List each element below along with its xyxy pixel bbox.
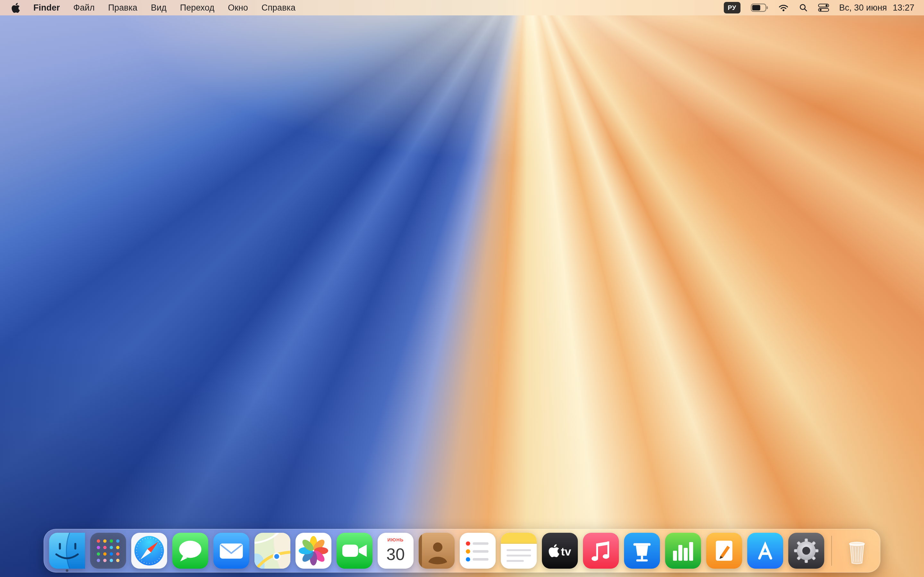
messages-icon (172, 533, 208, 569)
menu-help[interactable]: Справка (262, 3, 296, 13)
dock-item-contacts[interactable] (419, 533, 455, 569)
dock-item-launchpad[interactable] (90, 533, 126, 569)
dock-item-mail[interactable] (213, 533, 249, 569)
dock-item-app-store[interactable] (747, 533, 783, 569)
dock-item-reminders[interactable] (460, 533, 496, 569)
apple-menu[interactable] (11, 3, 20, 13)
menu-go[interactable]: Переход (180, 3, 214, 13)
dock-item-messages[interactable] (172, 533, 208, 569)
apple-tv-icon: tv (542, 533, 578, 569)
dock-item-safari[interactable] (131, 533, 167, 569)
mail-icon (213, 533, 249, 569)
dock-item-keynote[interactable] (624, 533, 660, 569)
facetime-icon (336, 533, 373, 569)
finder-running-indicator (66, 569, 68, 572)
menubar-clock[interactable]: Вс, 30 июня 13:27 (839, 3, 915, 13)
menubar-time: 13:27 (893, 3, 914, 13)
menu-bar-left: Finder Файл Правка Вид Переход Окно Спра… (0, 3, 296, 13)
dock-item-trash[interactable] (839, 533, 875, 569)
contacts-icon (419, 533, 455, 569)
menu-bar-status: РУ (724, 2, 924, 13)
system-settings-icon (788, 533, 824, 569)
calendar-month-label: ИЮНЬ (388, 537, 404, 542)
dock-item-finder[interactable] (49, 533, 85, 569)
spotlight-icon[interactable] (799, 3, 808, 12)
maps-icon (254, 533, 290, 569)
dock-item-calendar[interactable]: ИЮНЬ 30 (378, 533, 414, 569)
menu-window[interactable]: Окно (228, 3, 248, 13)
menu-view[interactable]: Вид (151, 3, 166, 13)
calendar-day-label: 30 (386, 545, 405, 564)
battery-icon[interactable] (751, 3, 768, 12)
safari-icon (131, 533, 167, 569)
desktop-wallpaper (0, 0, 924, 577)
reminders-icon (460, 533, 496, 569)
dock-item-music[interactable] (583, 533, 619, 569)
music-icon (583, 533, 619, 569)
dock-item-apple-tv[interactable]: tv (542, 533, 578, 569)
dock-item-maps[interactable] (254, 533, 290, 569)
wifi-icon[interactable] (779, 3, 788, 12)
apple-tv-label: tv (561, 545, 571, 558)
dock-separator (831, 536, 832, 566)
menubar-date: Вс, 30 июня (839, 3, 887, 13)
dock-item-numbers[interactable] (665, 533, 701, 569)
notes-icon (501, 533, 537, 569)
pages-icon (706, 533, 742, 569)
app-store-icon (747, 533, 783, 569)
control-center-icon[interactable] (818, 3, 829, 12)
input-source-indicator[interactable]: РУ (724, 2, 740, 13)
app-menus: Файл Правка Вид Переход Окно Справка (73, 3, 296, 13)
numbers-icon (665, 533, 701, 569)
dock-item-notes[interactable] (501, 533, 537, 569)
keynote-icon (624, 533, 660, 569)
menu-bar: Finder Файл Правка Вид Переход Окно Спра… (0, 0, 924, 15)
photos-icon (296, 533, 331, 569)
trash-icon (839, 533, 875, 569)
launchpad-icon (90, 533, 126, 569)
dock-item-system-settings[interactable] (788, 533, 824, 569)
menu-edit[interactable]: Правка (108, 3, 137, 13)
dock: ИЮНЬ 30 (44, 529, 880, 572)
dock-item-facetime[interactable] (336, 533, 373, 569)
dock-item-photos[interactable] (296, 533, 331, 569)
finder-icon (49, 533, 85, 569)
active-app-menu[interactable]: Finder (33, 3, 60, 13)
apple-logo-icon (11, 3, 20, 13)
calendar-icon: ИЮНЬ 30 (378, 533, 414, 569)
menu-file[interactable]: Файл (73, 3, 95, 13)
dock-item-pages[interactable] (706, 533, 742, 569)
